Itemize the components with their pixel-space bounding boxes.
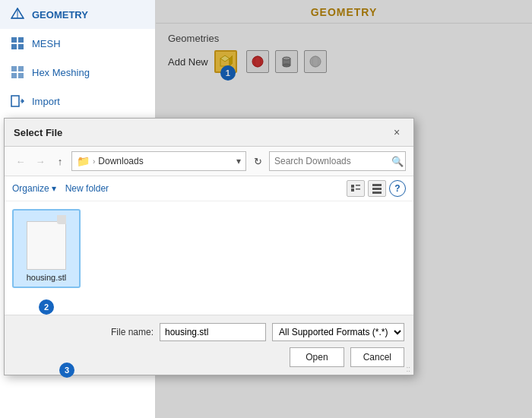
open-button[interactable]: Open [290, 347, 344, 367]
file-icon-body [27, 221, 66, 270]
file-icon-fold [57, 215, 66, 224]
view-list-button[interactable] [347, 180, 365, 197]
badge-3: 3 [59, 363, 74, 378]
view-details-button[interactable] [368, 180, 386, 197]
svg-rect-26 [356, 188, 360, 190]
search-icon: 🔍 [391, 156, 404, 167]
file-name-label: File name: [111, 327, 154, 337]
hex-meshing-icon [11, 65, 24, 79]
path-chevron: › [93, 157, 95, 166]
file-name-field[interactable] [160, 323, 266, 341]
new-folder-button[interactable]: New folder [65, 183, 109, 194]
sidebar-item-geometry-label: GEOMETRY [32, 9, 88, 21]
sidebar-item-mesh-label: MESH [32, 38, 61, 49]
svg-rect-27 [372, 184, 382, 186]
view-buttons: ? [347, 180, 406, 197]
organize-button[interactable]: Organize ▾ [12, 183, 56, 194]
file-item[interactable]: housing.stl [12, 209, 81, 288]
sidebar-item-hex-meshing[interactable]: Hex Meshing [0, 58, 155, 87]
sidebar-item-import-label: Import [32, 96, 60, 107]
geometry-icon [11, 8, 24, 21]
dialog-close-button[interactable]: × [389, 125, 404, 140]
path-bar: 📁 › Downloads ▾ [71, 151, 246, 171]
folder-icon: 📁 [77, 155, 90, 167]
back-button[interactable]: ← [12, 153, 29, 169]
svg-rect-29 [372, 192, 382, 194]
sidebar-item-mesh[interactable]: MESH [0, 29, 155, 58]
search-input[interactable] [274, 156, 388, 166]
refresh-button[interactable]: ↻ [249, 153, 266, 169]
svg-rect-4 [18, 37, 24, 43]
svg-rect-10 [18, 73, 24, 78]
svg-rect-24 [356, 185, 360, 186]
sidebar-item-geometry[interactable]: GEOMETRY [0, 0, 155, 29]
svg-rect-23 [351, 185, 354, 188]
help-button[interactable]: ? [389, 180, 406, 197]
search-box: 🔍 [269, 151, 406, 171]
up-button[interactable]: ↑ [52, 153, 68, 169]
svg-rect-25 [351, 188, 354, 192]
path-dropdown-button[interactable]: ▾ [236, 156, 241, 166]
file-name: housing.stl [27, 273, 67, 282]
file-dialog: Select File × ← → ↑ 📁 › Downloads ▾ ↻ 🔍 [4, 118, 414, 375]
svg-rect-6 [18, 44, 24, 49]
svg-rect-5 [11, 44, 17, 49]
cancel-button[interactable]: Cancel [350, 347, 404, 367]
dialog-titlebar: Select File × [5, 119, 413, 147]
svg-rect-28 [372, 188, 382, 190]
svg-rect-7 [11, 66, 17, 71]
dialog-bottom: File name: All Supported Formats (*.*) O… [5, 315, 413, 375]
badge-2: 2 [39, 299, 54, 315]
sidebar-item-hex-meshing-label: Hex Meshing [32, 67, 90, 78]
svg-rect-11 [11, 96, 19, 106]
file-name-row: File name: All Supported Formats (*.*) [14, 323, 404, 341]
import-icon [11, 94, 24, 108]
main-panel: GEOMETRY Geometries Add New 1 [156, 0, 532, 418]
path-text: Downloads [98, 156, 233, 166]
dialog-actions: Open Cancel 3 [14, 347, 404, 367]
organize-row: Organize ▾ New folder [5, 176, 413, 201]
svg-rect-9 [11, 73, 17, 78]
svg-rect-3 [11, 37, 17, 43]
dialog-toolbar: ← → ↑ 📁 › Downloads ▾ ↻ 🔍 [5, 147, 413, 176]
dialog-title: Select File [14, 127, 62, 138]
file-area: housing.stl 2 [5, 201, 413, 315]
file-type-select[interactable]: All Supported Formats (*.*) [272, 323, 404, 341]
forward-button[interactable]: → [32, 153, 49, 169]
file-icon [24, 215, 69, 270]
sidebar-item-import[interactable]: Import [0, 87, 155, 116]
mesh-icon [11, 36, 24, 50]
resize-handle[interactable]: :: [406, 365, 410, 373]
svg-rect-8 [18, 66, 24, 71]
organize-chevron: ▾ [52, 183, 56, 194]
